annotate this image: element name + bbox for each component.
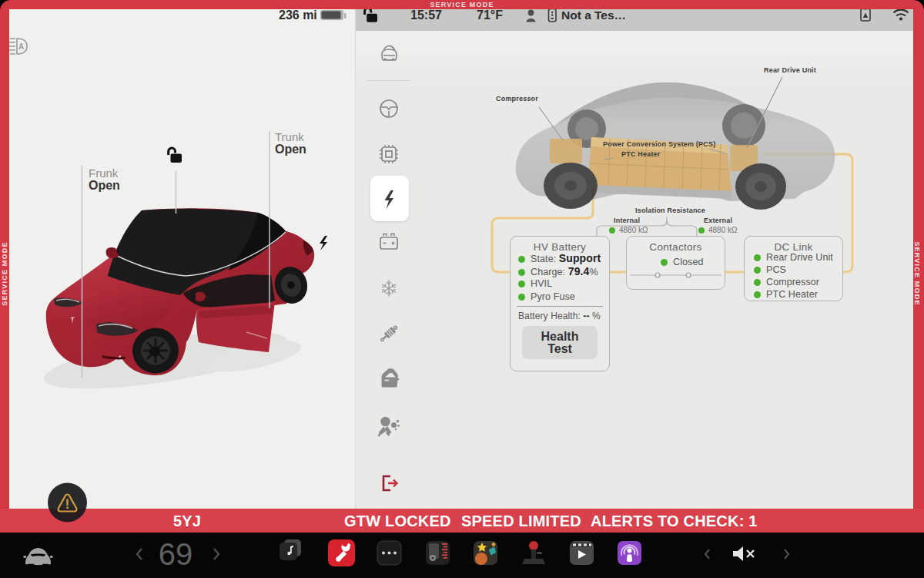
svg-text:A: A	[18, 42, 24, 51]
svg-text:69: 69	[159, 537, 193, 571]
